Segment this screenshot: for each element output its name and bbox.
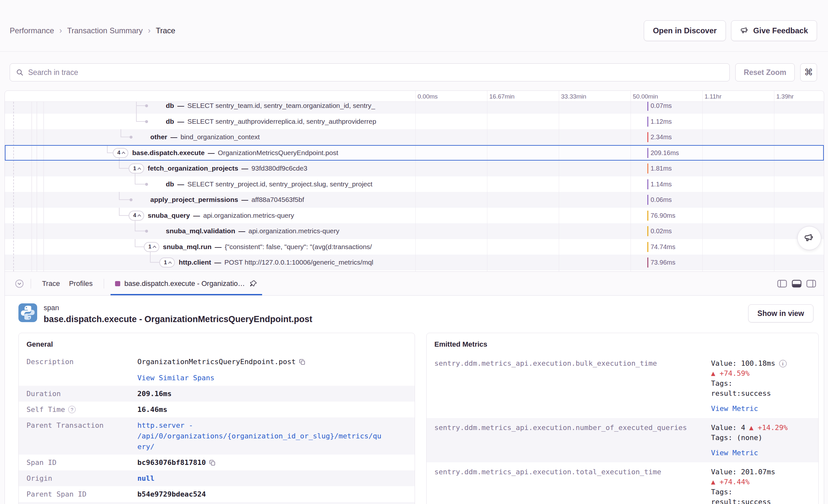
span-row[interactable]: snuba_mql.validation—api.organization.me… bbox=[5, 223, 824, 239]
value-link[interactable]: null bbox=[137, 474, 155, 482]
span-op: snuba_query bbox=[148, 212, 190, 219]
general-row-value: bc963076bf817810 bbox=[137, 457, 383, 468]
tree-node-dot bbox=[145, 230, 148, 233]
timeline-header: 0.00ms16.67min33.33min50.00min1.11hr1.39… bbox=[5, 91, 824, 102]
give-feedback-button[interactable]: Give Feedback bbox=[731, 20, 817, 41]
span-op: other bbox=[150, 133, 167, 141]
metric-row: sentry.ddm.metrics_api.execution.number_… bbox=[427, 418, 818, 462]
span-description: OrganizationMetricsQueryEndpoint.post bbox=[218, 149, 338, 157]
general-row: Originnull bbox=[19, 470, 415, 486]
tree-connector-line bbox=[121, 129, 121, 137]
span-children-count-chip[interactable]: 1 bbox=[144, 242, 159, 252]
span-duration-label: 2.34ms bbox=[651, 129, 672, 145]
tree-connector-line bbox=[135, 223, 135, 231]
show-in-view-button[interactable]: Show in view bbox=[748, 304, 814, 323]
view-metric-link[interactable]: View Metric bbox=[711, 404, 811, 414]
span-row-text: snuba_query—api.organization.metrics-que… bbox=[148, 208, 415, 223]
tree-node-dot bbox=[145, 183, 148, 186]
span-description: {"consistent": false, "query": "(avg(d:t… bbox=[225, 243, 372, 251]
general-row-value: OrganizationMetricsQueryEndpoint.postVie… bbox=[137, 356, 383, 383]
span-row[interactable]: db—SELECT sentry_project.id, sentry_proj… bbox=[5, 176, 824, 192]
span-children-count-chip[interactable]: 1 bbox=[159, 257, 175, 267]
span-row[interactable]: apply_project_permissions—aff88a704563f5… bbox=[5, 192, 824, 208]
metric-delta: ▲ +74.59% bbox=[711, 368, 811, 378]
copy-icon[interactable] bbox=[209, 459, 216, 466]
tab-divider bbox=[104, 279, 104, 289]
tree-connector-line bbox=[135, 231, 146, 231]
general-label-text: Parent Span ID bbox=[27, 489, 86, 500]
layout-right-panel-button[interactable] bbox=[806, 280, 816, 288]
span-children-count-chip[interactable]: 4 bbox=[129, 211, 144, 221]
tab-trace[interactable]: Trace bbox=[38, 272, 64, 295]
breadcrumb-performance[interactable]: Performance bbox=[10, 26, 54, 35]
chevron-up-icon bbox=[138, 167, 141, 171]
value-text: b54e9729bdeac524 bbox=[137, 490, 206, 498]
layout-left-panel-button[interactable] bbox=[777, 280, 787, 288]
view-metric-link[interactable]: View Metric bbox=[711, 448, 811, 458]
layout-bottom-panel-button[interactable] bbox=[792, 280, 801, 288]
timeline-gridline bbox=[630, 91, 631, 271]
value-text: bc963076bf817810 bbox=[137, 458, 206, 466]
breadcrumb-transaction-summary[interactable]: Transaction Summary bbox=[67, 26, 143, 35]
tree-connector-line bbox=[136, 121, 146, 122]
tree-connector-line bbox=[150, 252, 151, 255]
general-value-line: b54e9729bdeac524 bbox=[137, 489, 383, 500]
span-children-count-chip[interactable]: 1 bbox=[129, 164, 144, 173]
value-link[interactable]: http.server - /api/0/organizations/{orga… bbox=[137, 421, 381, 451]
span-duration-bar bbox=[647, 211, 648, 221]
tree-connector-line bbox=[119, 158, 120, 161]
view-similar-spans-link[interactable]: View Similar Spans bbox=[137, 373, 383, 383]
span-duration-label: 0.06ms bbox=[651, 192, 672, 208]
span-row-text: db—SELECT sentry_authproviderreplica.id,… bbox=[166, 114, 415, 130]
metric-tags-label: Tags: (none) bbox=[711, 433, 811, 443]
span-row[interactable]: 4base.dispatch.execute—OrganizationMetri… bbox=[5, 145, 824, 161]
general-label-text: Duration bbox=[27, 388, 61, 399]
span-op: http.client bbox=[179, 258, 211, 266]
metric-row: sentry.ddm.metrics_api.execution.total_e… bbox=[427, 462, 818, 504]
general-card: General DescriptionOrganizationMetricsQu… bbox=[18, 333, 415, 504]
help-icon[interactable]: ? bbox=[68, 406, 76, 413]
collapse-drawer-button[interactable] bbox=[14, 279, 24, 289]
metric-value-line: Value: 201.07ms bbox=[711, 467, 811, 477]
span-duration-label: 209.16ms bbox=[651, 145, 679, 161]
span-duration-label: 0.07ms bbox=[651, 102, 672, 114]
span-row[interactable]: 1http.client—POST http://127.0.0.1:10006… bbox=[5, 255, 824, 270]
chevron-up-icon bbox=[122, 152, 125, 155]
search-input[interactable] bbox=[28, 68, 723, 77]
tab-profiles[interactable]: Profiles bbox=[64, 272, 97, 295]
span-row[interactable]: other—bind_organization_context2.34ms bbox=[5, 129, 824, 145]
feedback-fab-button[interactable] bbox=[797, 226, 821, 250]
tab-active-span[interactable]: base.dispatch.execute - Organizatio… bbox=[111, 272, 262, 295]
general-row-value: 16.46ms bbox=[137, 404, 383, 415]
tree-depth-guide bbox=[13, 102, 14, 271]
general-value-line: 16.46ms bbox=[137, 404, 383, 415]
span-description: api.organization.metrics-query bbox=[203, 212, 294, 219]
span-duration-bar bbox=[647, 179, 648, 189]
command-shortcut-button[interactable]: ⌘ bbox=[800, 63, 817, 81]
info-icon[interactable]: i bbox=[779, 360, 787, 367]
span-children-count-chip[interactable]: 4 bbox=[113, 148, 128, 158]
span-row[interactable]: 1snuba_mql.run—{"consistent": false, "qu… bbox=[5, 239, 824, 255]
open-in-discover-button[interactable]: Open in Discover bbox=[644, 20, 726, 41]
copy-icon[interactable] bbox=[299, 358, 306, 366]
span-op: db bbox=[166, 118, 174, 125]
span-row[interactable]: db—SELECT sentry_team.id, sentry_team.or… bbox=[5, 102, 824, 114]
tree-depth-guide bbox=[37, 102, 37, 271]
span-row-text: other—bind_organization_context bbox=[150, 129, 415, 145]
general-row-value: null bbox=[137, 473, 383, 484]
timeline-tick-label: 50.00min bbox=[633, 93, 658, 100]
tree-connector-line bbox=[135, 176, 135, 184]
pin-icon[interactable] bbox=[249, 280, 258, 288]
span-separator: — bbox=[177, 102, 184, 110]
span-row[interactable]: 4snuba_query—api.organization.metrics-qu… bbox=[5, 208, 824, 223]
span-description: api.organization.metrics-query bbox=[249, 227, 339, 235]
tree-connector-line bbox=[150, 255, 151, 262]
tab-divider bbox=[31, 279, 31, 289]
span-description: SELECT sentry_team.id, sentry_team.organ… bbox=[188, 102, 375, 110]
layout-toggle-group bbox=[777, 280, 816, 288]
timeline-tick-label: 16.67min bbox=[489, 93, 514, 100]
span-duration-label: 0.02ms bbox=[651, 223, 672, 239]
reset-zoom-button[interactable]: Reset Zoom bbox=[735, 63, 795, 81]
span-row[interactable]: db—SELECT sentry_authproviderreplica.id,… bbox=[5, 114, 824, 130]
span-row[interactable]: 1fetch_organization_projects—93fd380df9c… bbox=[5, 161, 824, 176]
